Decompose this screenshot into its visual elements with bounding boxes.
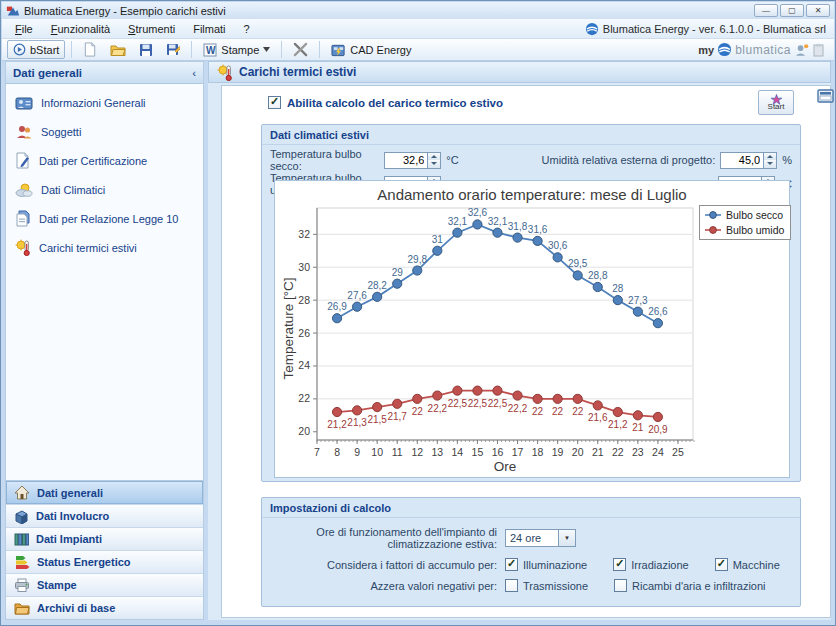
svg-text:28,2: 28,2 bbox=[367, 280, 387, 291]
menu-file[interactable]: File bbox=[6, 21, 42, 37]
hours-combobox[interactable]: 24 ore ▼ bbox=[505, 529, 576, 547]
svg-text:21,2: 21,2 bbox=[327, 419, 347, 430]
bulbo-secco-spinner[interactable] bbox=[428, 152, 441, 169]
main-body: Abilita calcolo del carico termico estiv… bbox=[208, 83, 831, 620]
sidebar-item-informazioni-generali[interactable]: Informazioni Generali bbox=[6, 88, 203, 117]
umidita-input[interactable] bbox=[720, 152, 764, 169]
main-header: Carichi termici estivi bbox=[208, 61, 831, 83]
svg-text:26,9: 26,9 bbox=[327, 301, 347, 312]
option-trasmissione[interactable]: Trasmissione bbox=[505, 579, 588, 592]
ricambi-aria-checkbox[interactable] bbox=[614, 579, 627, 592]
sidebar-item-carichi-termici-estivi[interactable]: Carichi termici estivi bbox=[6, 233, 203, 262]
save-all-button[interactable] bbox=[161, 40, 185, 59]
energy-class-icon bbox=[14, 555, 30, 569]
new-document-button[interactable] bbox=[78, 40, 102, 59]
menu-bar: File Funzionalità Strumenti Filmati ? Bl… bbox=[2, 19, 834, 39]
main-area: Carichi termici estivi Abilita calcolo d… bbox=[208, 61, 831, 620]
clipboard-icon[interactable] bbox=[812, 43, 825, 57]
sidebar-item-dati-certificazione[interactable]: Dati per Certificazione bbox=[6, 146, 203, 175]
info-card-icon bbox=[15, 95, 33, 111]
svg-text:31,8: 31,8 bbox=[508, 221, 528, 232]
svg-text:28: 28 bbox=[298, 294, 310, 306]
svg-text:7: 7 bbox=[314, 446, 320, 458]
menu-help[interactable]: ? bbox=[235, 21, 259, 37]
nav-item-dati-involucro[interactable]: Dati Involucro bbox=[6, 504, 203, 527]
bulbo-secco-input[interactable] bbox=[384, 152, 428, 169]
stampe-dropdown[interactable]: W Stampe bbox=[198, 40, 275, 59]
svg-text:9: 9 bbox=[354, 446, 360, 458]
nav-item-dati-impianti[interactable]: Dati Impianti bbox=[6, 527, 203, 550]
svg-text:22: 22 bbox=[412, 406, 424, 417]
svg-text:12: 12 bbox=[411, 446, 423, 458]
option-illuminazione[interactable]: Illuminazione bbox=[505, 558, 587, 571]
field-row-1: Temperatura bulbo secco: °C Umidità rela… bbox=[270, 151, 792, 169]
svg-text:20: 20 bbox=[298, 425, 310, 437]
svg-text:23: 23 bbox=[632, 446, 644, 458]
menu-filmati[interactable]: Filmati bbox=[184, 21, 234, 37]
open-button[interactable] bbox=[105, 40, 131, 59]
trasmissione-checkbox[interactable] bbox=[505, 579, 518, 592]
svg-text:21: 21 bbox=[592, 446, 604, 458]
nav-item-archivi-di-base[interactable]: Archivi di base bbox=[6, 596, 203, 619]
svg-text:W: W bbox=[206, 45, 216, 56]
settings-panel-title: Impostazioni di calcolo bbox=[262, 498, 800, 518]
combo-arrow-icon[interactable]: ▼ bbox=[559, 529, 576, 547]
chart-y-axis-label: Temperature [°C] bbox=[281, 254, 296, 404]
cad-energy-icon bbox=[331, 43, 346, 57]
cad-energy-button[interactable]: CAD Energy bbox=[326, 40, 416, 59]
bstart-button[interactable]: bStart bbox=[7, 40, 65, 59]
menu-strumenti[interactable]: Strumenti bbox=[119, 21, 184, 37]
option-ricambi-aria[interactable]: Ricambi d'aria e infiltrazioni bbox=[614, 579, 766, 592]
svg-text:27,3: 27,3 bbox=[628, 295, 648, 306]
svg-text:26,6: 26,6 bbox=[648, 306, 668, 317]
documents-icon bbox=[15, 210, 31, 227]
blumatica-logo-icon bbox=[585, 22, 599, 36]
macchine-checkbox[interactable] bbox=[715, 558, 728, 571]
minimize-button[interactable]: — bbox=[754, 4, 778, 17]
user-account-icon[interactable] bbox=[794, 43, 809, 57]
save-button[interactable] bbox=[134, 40, 158, 59]
printer-icon bbox=[14, 578, 30, 592]
maximize-button[interactable]: ▢ bbox=[780, 4, 804, 17]
svg-text:21,2: 21,2 bbox=[608, 419, 628, 430]
svg-text:28,8: 28,8 bbox=[588, 270, 608, 281]
menu-funzionalita[interactable]: Funzionalità bbox=[42, 21, 119, 37]
option-irradiazione[interactable]: Irradiazione bbox=[613, 558, 688, 571]
sidebar-item-soggetti[interactable]: Soggetti bbox=[6, 117, 203, 146]
new-document-icon bbox=[83, 42, 97, 57]
svg-text:29,8: 29,8 bbox=[408, 254, 428, 265]
hours-row: Ore di funzionamento dell'impianto di cl… bbox=[270, 526, 792, 550]
nav-item-stampe[interactable]: Stampe bbox=[6, 573, 203, 596]
nav-item-dati-generali[interactable]: Dati generali bbox=[6, 481, 203, 504]
building-icon bbox=[14, 509, 29, 524]
svg-text:30: 30 bbox=[298, 261, 310, 273]
svg-text:29,5: 29,5 bbox=[568, 258, 588, 269]
sidebar-item-dati-relazione-legge10[interactable]: Dati per Relazione Legge 10 bbox=[6, 204, 203, 233]
svg-text:21: 21 bbox=[632, 422, 644, 433]
sidebar-item-dati-climatici[interactable]: Dati Climatici bbox=[6, 175, 203, 204]
word-document-icon: W bbox=[203, 43, 217, 57]
nav-item-status-energetico[interactable]: Status Energetico bbox=[6, 550, 203, 573]
window-layout-button[interactable] bbox=[816, 87, 835, 106]
option-macchine[interactable]: Macchine bbox=[715, 558, 780, 571]
irradiazione-checkbox[interactable] bbox=[613, 558, 626, 571]
scissors-icon bbox=[293, 42, 308, 57]
close-button[interactable]: ✕ bbox=[806, 4, 830, 17]
my-blumatica-brand: my blumatica bbox=[698, 42, 829, 57]
collapse-sidebar-icon[interactable]: ‹ bbox=[192, 67, 196, 79]
illuminazione-checkbox[interactable] bbox=[505, 558, 518, 571]
title-bar: Blumatica Energy - Esempio carichi estiv… bbox=[2, 2, 834, 19]
enable-calc-checkbox[interactable] bbox=[268, 96, 281, 109]
tools-button[interactable] bbox=[288, 40, 313, 59]
radiator-icon bbox=[14, 532, 29, 546]
sun-cloud-icon bbox=[15, 182, 33, 198]
chart-legend: Bulbo secco Bulbo umido bbox=[699, 205, 791, 240]
svg-text:28: 28 bbox=[612, 283, 624, 294]
page-title: Carichi termici estivi bbox=[239, 65, 356, 79]
temperature-chart: Andamento orario temperature: mese di Lu… bbox=[274, 180, 790, 478]
content-panel: Abilita calcolo del carico termico estiv… bbox=[221, 85, 831, 618]
umidita-spinner[interactable] bbox=[764, 152, 777, 169]
start-button[interactable]: Start bbox=[758, 90, 794, 115]
svg-text:32,6: 32,6 bbox=[468, 207, 488, 218]
thermometer-sun-icon bbox=[217, 64, 233, 81]
